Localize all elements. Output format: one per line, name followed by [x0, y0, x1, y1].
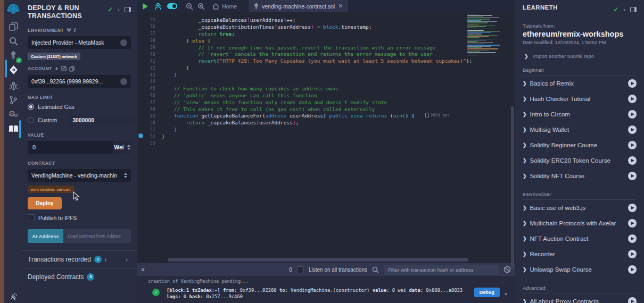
fork-environment-icon[interactable] — [67, 28, 71, 33]
terminal-search-icon[interactable] — [372, 266, 379, 273]
tutorial-item[interactable]: ❯Solidity Beginner Course — [523, 137, 637, 153]
code-editor[interactable]: 35_cupcakeBalances[userAddress]++;36_cup… — [137, 12, 515, 263]
tutorial-label[interactable]: All about Proxy Contracts — [530, 298, 599, 303]
tutorial-chevron-icon[interactable]: ❯ — [523, 267, 527, 272]
at-address-button[interactable]: At Address — [28, 229, 63, 243]
start-tutorial-play-icon[interactable] — [628, 250, 637, 258]
line-number[interactable]: 40 — [137, 52, 162, 57]
start-tutorial-play-icon[interactable] — [628, 234, 637, 243]
transactions-recorded-row[interactable]: Transactions recorded 2 i › — [28, 251, 131, 268]
line-number[interactable]: 51 — [137, 127, 162, 132]
tutorial-item[interactable]: ❯Multichain Protocols with Axelar — [523, 215, 637, 231]
tutorial-label[interactable]: Hash Checker Tutorial — [530, 96, 591, 102]
debug-button[interactable]: Debug — [474, 288, 500, 297]
settings-icon[interactable]: ⚙⚙ — [6, 107, 20, 120]
transaction-log-row[interactable]: ✓ [block:1 txIndex:-] from: 0xf39...9226… — [152, 288, 508, 300]
learneth-scrollbar[interactable] — [511, 106, 514, 268]
tutorial-item[interactable]: ❯Basic use of web3.js — [523, 200, 637, 215]
tutorial-label[interactable]: Recorder — [530, 251, 555, 257]
search-icon[interactable] — [6, 35, 20, 47]
tutorial-item[interactable]: ❯NFT Auction Contract — [523, 231, 637, 246]
line-number[interactable]: 43 — [137, 72, 162, 78]
start-tutorial-play-icon[interactable] — [628, 95, 637, 103]
start-tutorial-play-icon[interactable] — [628, 204, 637, 212]
clear-console-icon[interactable] — [503, 266, 511, 273]
tutorial-chevron-icon[interactable]: ❯ — [523, 205, 527, 211]
line-number[interactable]: 38 — [137, 38, 162, 43]
debugger-icon[interactable] — [6, 79, 20, 92]
tutorial-label[interactable]: Solidity Beginner Course — [530, 142, 598, 148]
filter-input[interactable] — [384, 265, 499, 275]
tutorial-chevron-icon[interactable]: ❯ — [523, 142, 527, 148]
tutorial-chevron-icon[interactable]: ❯ — [523, 158, 527, 163]
deploy-button[interactable]: Deploy — [28, 197, 62, 209]
learneth-icon[interactable] — [6, 123, 20, 136]
tutorial-chevron-icon[interactable]: ❯ — [523, 127, 527, 132]
tutorial-item[interactable]: ❯Hash Checker Tutorial — [523, 91, 637, 106]
tutorial-chevron-icon[interactable]: ❯ — [523, 81, 527, 86]
tutorial-label[interactable]: Solidity NFT Course — [530, 173, 585, 179]
minimap[interactable] — [467, 13, 510, 55]
ai-copilot-toggle[interactable] — [167, 3, 177, 9]
start-tutorial-play-icon[interactable] — [628, 297, 637, 303]
tutorial-label[interactable]: Basic use of web3.js — [530, 205, 586, 211]
tutorial-item[interactable]: ❯Uniswap Swap Course — [523, 262, 637, 277]
tutorial-item[interactable]: ❯Basics of Remix — [523, 75, 637, 91]
close-tab-icon[interactable]: ✕ — [338, 3, 343, 10]
line-number[interactable]: 48 — [137, 106, 162, 112]
tutorial-chevron-icon[interactable]: ❯ — [523, 236, 527, 241]
line-number[interactable]: 35 — [137, 17, 162, 22]
learneth-pin-icon[interactable] — [630, 7, 637, 12]
tutorial-item[interactable]: ❯Solidity NFT Course — [523, 168, 637, 183]
line-number[interactable]: 53 — [137, 140, 162, 146]
start-tutorial-play-icon[interactable] — [628, 125, 637, 134]
publish-to-ipfs-option[interactable]: Publish to IPFS — [28, 214, 131, 221]
tutorial-chevron-icon[interactable]: ❯ — [523, 96, 527, 102]
file-explorer-icon[interactable] — [6, 20, 20, 33]
environment-info-icon[interactable]: i — [74, 27, 76, 33]
transactions-expand-icon[interactable]: › — [126, 256, 128, 263]
learneth-collapse-icon[interactable]: › — [623, 6, 625, 13]
gas-estimated-option[interactable]: Estimated Gas — [28, 104, 131, 110]
tab-vending-machine-contract[interactable]: vending-machine-contract.sol ✕ — [249, 0, 348, 12]
panel-pin-icon[interactable] — [125, 7, 131, 12]
line-number[interactable]: 41 — [137, 58, 162, 64]
line-number[interactable]: 44 — [137, 79, 162, 84]
tx-expand-icon[interactable]: ⌄ — [504, 289, 508, 296]
walkthrough-icon[interactable] — [154, 3, 162, 10]
tutorial-label[interactable]: Solidity ERC20 Token Course — [530, 157, 610, 164]
horizontal-scrollbar[interactable] — [168, 258, 468, 262]
home-tab-label[interactable]: Home — [222, 3, 237, 10]
unit-stepper-icon[interactable] — [127, 145, 130, 150]
value-input[interactable] — [28, 141, 113, 154]
import-tutorial-repo[interactable]: ❯ Import another tutorial repo — [523, 53, 637, 59]
panel-collapse-icon[interactable]: › — [118, 6, 120, 13]
tutorial-item[interactable]: ❯All about Proxy Contracts — [523, 293, 637, 303]
account-copy-icon[interactable] — [120, 78, 127, 85]
start-tutorial-play-icon[interactable] — [628, 156, 637, 165]
sign-message-icon[interactable] — [61, 66, 67, 71]
tutorial-label[interactable]: Uniswap Swap Course — [530, 266, 592, 273]
line-number[interactable]: 45 — [137, 86, 162, 91]
tutorial-chevron-icon[interactable]: ❯ — [523, 299, 527, 303]
tutorial-chevron-icon[interactable]: ❯ — [523, 173, 527, 179]
account-select[interactable]: 0xf39...92266 (9999.99929... — [28, 75, 131, 88]
solidity-compiler-icon[interactable]: ✓ — [6, 49, 20, 62]
start-tutorial-play-icon[interactable] — [628, 141, 637, 149]
git-icon[interactable] — [6, 94, 20, 106]
tutorial-item[interactable]: ❯Multisig Wallet — [523, 122, 637, 137]
tutorial-label[interactable]: NFT Auction Contract — [530, 235, 589, 242]
tutorial-item[interactable]: ❯Recorder — [523, 246, 637, 262]
tutorial-chevron-icon[interactable]: ❯ — [523, 112, 527, 117]
environment-select[interactable]: Injected Provider - MetaMask — [28, 36, 131, 49]
gas-custom-radio[interactable] — [28, 117, 34, 123]
transactions-info-icon[interactable]: i — [105, 257, 106, 263]
tutorial-chevron-icon[interactable]: ❯ — [523, 221, 527, 226]
at-address-input[interactable] — [63, 229, 131, 243]
line-number[interactable]: 50 — [137, 120, 162, 125]
publish-checkbox[interactable] — [28, 214, 35, 221]
line-number[interactable]: 47 — [137, 99, 162, 105]
zoom-out-icon[interactable] — [186, 3, 193, 10]
add-account-icon[interactable]: + — [55, 65, 59, 72]
line-number[interactable]: 46 — [137, 92, 162, 98]
